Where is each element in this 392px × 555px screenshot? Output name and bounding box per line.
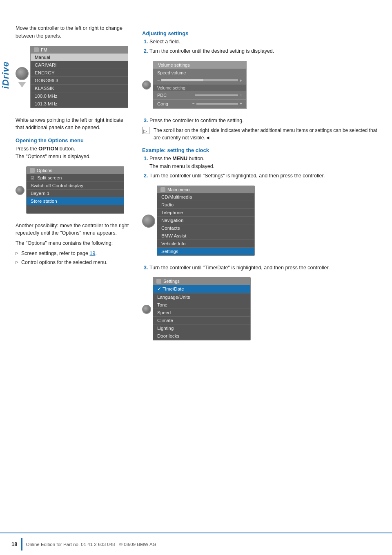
- vol-screen-area: Volume settings Speed volume − + Volume …: [142, 58, 384, 113]
- gong-row: Gong − +: [153, 100, 246, 108]
- main-menu-icon: [160, 187, 165, 192]
- example-step-2: Turn the controller until "Settings" is …: [149, 172, 384, 180]
- another-text: Another possibility: move the controller…: [16, 222, 131, 237]
- options-icon: [30, 168, 35, 173]
- opt-row-1: Switch off Control display: [27, 182, 124, 190]
- example-step-3: Turn the controller until "Time/Date" is…: [149, 264, 384, 272]
- opt-row-3: Store station: [27, 197, 124, 205]
- settings-body: Time/Date Language/Units Tone Speed Clim…: [153, 285, 250, 340]
- settings-screen: Settings Time/Date Language/Units Tone S…: [153, 277, 251, 340]
- bullet1: Screen settings, refer to page 19.: [16, 250, 131, 257]
- options-screen: Options ☑ Split screen Switch off Contro…: [26, 166, 124, 214]
- vol-setting-label: Volume setting:: [153, 85, 246, 91]
- controller-left: [16, 67, 29, 87]
- set-row-5: Lighting: [153, 324, 250, 332]
- controller-knob4: [142, 215, 155, 228]
- fm-screen: FM Manual CARIVARI ENERGY GONG96.3 KLASS…: [30, 46, 128, 108]
- mm-row-0: CD/Multimedia: [157, 193, 254, 201]
- set-row-0: Time/Date: [153, 285, 250, 293]
- speed-slider-bar: [161, 79, 238, 81]
- mm-row-7: Settings: [157, 248, 254, 255]
- fm-row-0: CARIVARI: [31, 61, 128, 69]
- mm-row-3: Navigation: [157, 217, 254, 224]
- set-row-1: Language/Units: [153, 293, 250, 301]
- fm-screen-header: FM: [31, 46, 128, 54]
- contains-text: The "Options" menu contains the followin…: [16, 239, 131, 247]
- intro-text: Move the controller to the left or right…: [16, 25, 131, 40]
- controller-left4: [142, 215, 155, 228]
- controller-left3: [142, 81, 151, 90]
- left-column: Move the controller to the left or right…: [11, 20, 138, 530]
- opt-row-0: ☑ Split screen: [27, 174, 124, 182]
- controller-left2: [16, 186, 24, 195]
- main-menu-screen: Main menu CD/Multimedia Radio Telephone …: [157, 186, 255, 256]
- options-bullet-list: Screen settings, refer to page 19. Contr…: [16, 250, 131, 266]
- scroll-indicator-icon: [142, 127, 149, 134]
- fm-row-2: GONG96.3: [31, 77, 128, 85]
- caption1: White arrows pointing to the left or rig…: [16, 116, 131, 132]
- set-row-4: Climate: [153, 317, 250, 324]
- adj-steps-list2: Press the controller to confirm the sett…: [142, 117, 384, 125]
- scroll-note-text: The scroll bar on the right side indicat…: [154, 127, 384, 141]
- vol-settings-screen: Volume settings Speed volume − + Volume …: [153, 61, 247, 109]
- right-column: Adjusting settings Select a field. Turn …: [138, 20, 392, 530]
- speed-slider-row: − +: [153, 77, 246, 84]
- adj-steps-list: Select a field. Turn the controller unti…: [142, 38, 384, 55]
- example-steps-list: Press the MENU button. The main menu is …: [142, 155, 384, 179]
- sidebar-label: iDrive: [0, 57, 11, 530]
- settings-screen-area: Settings Time/Date Language/Units Tone S…: [142, 274, 384, 345]
- mm-row-4: Contacts: [157, 224, 254, 232]
- page-number: 18: [11, 541, 17, 547]
- footer: 18 Online Edition for Part no. 01 41 2 6…: [0, 533, 392, 555]
- adj-step-3: Press the controller to confirm the sett…: [149, 117, 384, 125]
- speed-slider-fill: [161, 79, 203, 81]
- set-row-3: Speed: [153, 309, 250, 317]
- page-content: Move the controller to the left or right…: [11, 20, 392, 530]
- options-screen-body: ☑ Split screen Switch off Control displa…: [27, 174, 124, 213]
- set-row-6: Door locks: [153, 332, 250, 340]
- mm-row-1: Radio: [157, 201, 254, 209]
- fm-row-manual: Manual: [31, 54, 128, 61]
- main-menu-body: CD/Multimedia Radio Telephone Navigation…: [157, 193, 254, 255]
- vol-header: Volume settings: [153, 61, 246, 69]
- controller-knob5: [142, 305, 151, 314]
- options-press-text: Press the OPTION button. The "Options" m…: [16, 145, 131, 161]
- bullet2: Control options for the selected menu.: [16, 259, 131, 266]
- fm-row-4: 100.0 MHz: [31, 92, 128, 100]
- controller-knob3: [142, 81, 151, 90]
- mm-row-5: BMW Assist: [157, 232, 254, 240]
- mm-row-2: Telephone: [157, 209, 254, 217]
- controller-knob2: [16, 186, 24, 195]
- fm-row-3: KLASSIK: [31, 85, 128, 92]
- main-menu-header: Main menu: [157, 186, 254, 193]
- adj-step-2: Turn the controller until the desired se…: [149, 47, 384, 55]
- options-screen-area: Options ☑ Split screen Switch off Contro…: [16, 163, 131, 218]
- opt-row-2: Bayern 1: [27, 190, 124, 197]
- options-menu-heading: Opening the Options menu: [16, 137, 131, 143]
- example-steps-list2: Turn the controller until "Time/Date" is…: [142, 264, 384, 272]
- settings-icon: [156, 279, 161, 284]
- options-screen-header: Options: [27, 167, 124, 174]
- set-row-2: Tone: [153, 301, 250, 309]
- footer-text: Online Edition for Part no. 01 41 2 603 …: [26, 542, 156, 547]
- main-menu-screen-area: Main menu CD/Multimedia Radio Telephone …: [142, 182, 384, 260]
- fm-screen-body: Manual CARIVARI ENERGY GONG96.3 KLASSIK …: [31, 54, 128, 108]
- fm-row-1: ENERGY: [31, 69, 128, 77]
- fm-icon: [34, 47, 39, 52]
- controller-left5: [142, 305, 151, 314]
- footer-bar: [21, 538, 22, 551]
- controller-knob: [16, 67, 29, 80]
- pdc-row: PDC − +: [153, 91, 246, 100]
- speed-volume-row: Speed volume: [153, 69, 246, 77]
- adj-step-1: Select a field.: [149, 38, 384, 46]
- example-heading: Example: setting the clock: [142, 147, 384, 153]
- example-step-1: Press the MENU button. The main menu is …: [149, 155, 384, 170]
- mm-row-6: Vehicle Info: [157, 240, 254, 248]
- fm-row-5: 101.3 MHz: [31, 100, 128, 108]
- arrow-down-icon: [18, 82, 26, 87]
- fm-screen-area: FM Manual CARIVARI ENERGY GONG96.3 KLASS…: [16, 43, 131, 112]
- scroll-indicator-note: The scroll bar on the right side indicat…: [142, 127, 384, 141]
- adj-settings-heading: Adjusting settings: [142, 30, 384, 36]
- settings-header: Settings: [153, 278, 250, 285]
